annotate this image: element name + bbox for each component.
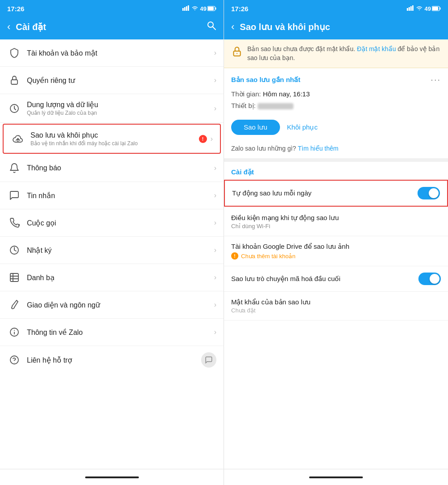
contacts-label: Danh bạ — [27, 273, 214, 282]
right-battery-icon: 49 — [425, 5, 441, 12]
svg-rect-24 — [440, 8, 441, 10]
support-text: Liên hệ hỗ trợ — [27, 356, 201, 364]
account-text: Tài khoản và bảo mật — [27, 49, 214, 57]
google-drive-warning: ! Chưa thêm tài khoản — [231, 252, 441, 260]
menu-item-interface[interactable]: Giao diện và ngôn ngữ › — [0, 291, 224, 319]
svg-rect-13 — [10, 273, 18, 281]
backup-device-row: Thiết bị: — [224, 100, 448, 112]
support-label: Liên hệ hỗ trợ — [27, 356, 201, 364]
menu-item-storage[interactable]: Dung lượng và dữ liệu Quản lý dữ liệu Za… — [0, 94, 224, 123]
menu-item-messages[interactable]: Tin nhắn › — [0, 182, 224, 209]
right-panel: 17:26 49 ‹ Sao lưu và khôi phục — [224, 0, 448, 485]
menu-item-about[interactable]: Thông tin về Zalo › — [0, 319, 224, 346]
account-label: Tài khoản và bảo mật — [27, 49, 214, 57]
svg-rect-21 — [410, 6, 412, 11]
setting-password[interactable]: Mật khẩu của bản sao lưu Chưa đặt — [224, 292, 448, 320]
left-panel: 17:26 49 ‹ Cài đặt — [0, 0, 224, 485]
left-status-bar: 17:26 49 — [0, 0, 224, 16]
privacy-text: Quyền riêng tư — [27, 76, 214, 85]
left-back-button[interactable]: ‹ — [7, 21, 10, 33]
backup-button[interactable]: Sao lưu — [231, 120, 280, 135]
about-label: Thông tin về Zalo — [27, 328, 214, 337]
menu-item-support[interactable]: Liên hệ hỗ trợ — [0, 346, 224, 374]
learn-more-link[interactable]: Tìm hiểu thêm — [298, 145, 339, 152]
left-search-button[interactable] — [207, 21, 216, 33]
password-label: Mật khẩu của bản sao lưu — [231, 298, 441, 306]
privacy-label: Quyền riêng tư — [27, 76, 214, 85]
svg-point-7 — [208, 22, 213, 27]
warning-text: Bản sao lưu chưa được đặt mật khẩu. Đặt … — [247, 45, 441, 62]
right-header: ‹ Sao lưu và khôi phục — [224, 16, 448, 39]
password-sublabel: Chưa đặt — [231, 307, 441, 314]
svg-point-18 — [14, 362, 15, 363]
storage-text: Dung lượng và dữ liệu Quản lý dữ liệu Za… — [27, 100, 214, 116]
auto-backup-label: Tự động sao lưu mỗi ngày — [232, 189, 418, 197]
messages-text: Tin nhắn — [27, 191, 214, 200]
warning-banner: Bản sao lưu chưa được đặt mật khẩu. Đặt … — [224, 39, 448, 68]
chat-bubble-icon[interactable] — [201, 352, 216, 368]
svg-rect-5 — [215, 8, 216, 10]
diary-text: Nhật ký — [27, 246, 214, 255]
network-sublabel: Chỉ dùng Wi-Fi — [231, 223, 441, 230]
diary-chevron: › — [214, 246, 216, 254]
right-back-button[interactable]: ‹ — [231, 21, 234, 33]
right-content: Bản sao lưu chưa được đặt mật khẩu. Đặt … — [224, 39, 448, 469]
interface-label: Giao diện và ngôn ngữ — [27, 301, 214, 309]
setting-e2e-backup[interactable]: Sao lưu trò chuyện mã hoá đầu cuối — [224, 266, 448, 292]
contacts-icon — [7, 270, 22, 285]
svg-rect-2 — [186, 6, 187, 11]
left-home-indicator — [85, 476, 139, 478]
menu-item-privacy[interactable]: Quyền riêng tư › — [0, 67, 224, 94]
right-wifi-icon — [416, 5, 423, 12]
setting-auto-backup[interactable]: Tự động sao lưu mỗi ngày — [224, 180, 448, 207]
svg-point-27 — [237, 53, 237, 54]
signal-icon — [182, 5, 190, 12]
e2e-backup-toggle[interactable] — [418, 273, 441, 285]
left-time: 17:26 — [7, 5, 24, 13]
message-icon — [7, 188, 22, 203]
right-signal-icon — [407, 5, 414, 12]
set-password-link[interactable]: Đặt mật khẩu — [357, 45, 396, 52]
svg-rect-20 — [409, 7, 410, 11]
menu-item-diary[interactable]: Nhật ký › — [0, 237, 224, 264]
setting-network-condition[interactable]: Điều kiện mạng khi tự động sao lưu Chỉ d… — [224, 208, 448, 236]
storage-sublabel: Quản lý dữ liệu Zalo của bạn — [27, 110, 214, 116]
menu-item-contacts[interactable]: Danh bạ › — [0, 264, 224, 291]
right-status-icons: 49 — [407, 5, 441, 12]
warning-lock-icon — [231, 46, 243, 60]
contacts-text: Danh bạ — [27, 273, 214, 282]
menu-item-notification[interactable]: Thông báo › — [0, 155, 224, 182]
menu-item-calls[interactable]: Cuộc gọi › — [0, 209, 224, 237]
left-menu-list: Tài khoản và bảo mật › Quyền riêng tư › … — [0, 39, 224, 469]
google-drive-label: Tài khoản Google Drive để sao lưu ảnh — [231, 242, 441, 251]
brush-icon — [7, 298, 22, 312]
google-warning-dot-icon: ! — [231, 252, 238, 260]
latest-backup-title: Bản sao lưu gần nhất — [231, 76, 301, 84]
backup-info-link-row: Zalo sao lưu những gì? Tìm hiểu thêm — [224, 141, 448, 162]
right-header-title: Sao lưu và khôi phục — [240, 22, 441, 32]
setting-google-drive[interactable]: Tài khoản Google Drive để sao lưu ảnh ! … — [224, 236, 448, 266]
backup-label: Sao lưu và khôi phục — [30, 131, 199, 139]
svg-line-8 — [213, 27, 215, 30]
e2e-backup-label: Sao lưu trò chuyện mã hoá đầu cuối — [231, 275, 418, 283]
settings-section-label: Cài đặt — [224, 162, 448, 179]
menu-item-account[interactable]: Tài khoản và bảo mật › — [0, 39, 224, 67]
restore-button[interactable]: Khôi phục — [287, 123, 318, 131]
privacy-chevron: › — [214, 76, 216, 84]
notification-text: Thông báo — [27, 164, 214, 172]
svg-rect-25 — [432, 7, 438, 10]
svg-rect-6 — [208, 7, 214, 10]
menu-item-backup[interactable]: Sao lưu và khôi phục Bảo vệ tin nhắn khi… — [3, 124, 221, 154]
lock-icon — [7, 73, 22, 87]
battery-icon: 49 — [200, 5, 216, 12]
auto-backup-toggle[interactable] — [418, 187, 440, 199]
calls-chevron: › — [214, 219, 216, 227]
cloud-backup-icon — [11, 132, 25, 146]
right-home-indicator — [309, 476, 363, 478]
network-text: Điều kiện mạng khi tự động sao lưu Chỉ d… — [231, 214, 441, 230]
svg-rect-9 — [11, 80, 17, 84]
shield-icon — [7, 46, 22, 60]
calls-label: Cuộc gọi — [27, 219, 214, 227]
backup-options-button[interactable]: ··· — [431, 74, 441, 85]
backup-sublabel: Bảo vệ tin nhắn khi đổi máy hoặc cài lại… — [30, 140, 199, 147]
